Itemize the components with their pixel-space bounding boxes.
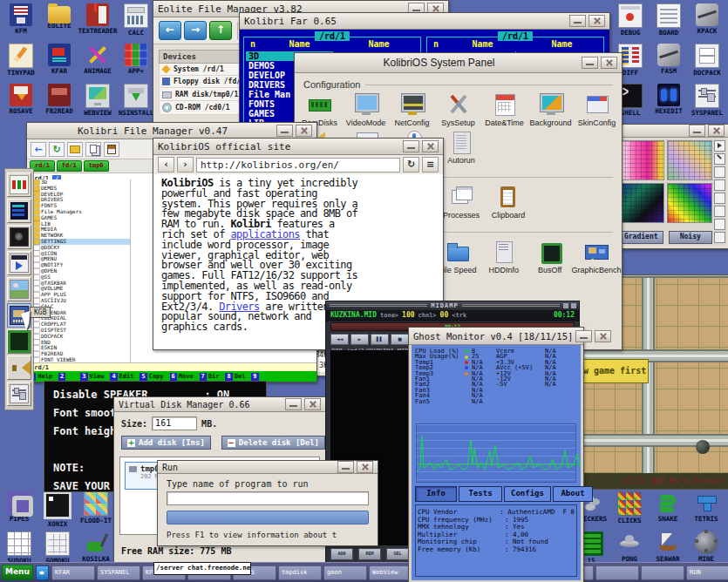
syspanel-icon-date-time[interactable]: Date&Time xyxy=(481,91,527,127)
forward-button[interactable]: → xyxy=(184,21,207,40)
forward-button[interactable]: › xyxy=(177,157,194,173)
desktop-icon-tetris[interactable]: TETRIS xyxy=(687,491,725,531)
back-button[interactable]: ‹ xyxy=(158,157,174,173)
syspanel-icon-graphicbench[interactable]: GraphicBench xyxy=(573,239,620,274)
desktop-icon-syspanel[interactable]: SYSPANEL xyxy=(688,84,726,124)
refresh-icon[interactable]: ↻ xyxy=(49,142,65,157)
taskbar-task-gmon[interactable]: gmon xyxy=(323,565,367,580)
tab-configs[interactable]: Configs xyxy=(504,486,551,502)
dock-item-audio[interactable] xyxy=(7,225,31,249)
play-button[interactable]: ► xyxy=(350,334,369,345)
syspanel-titlebar[interactable]: KolibriOS System Panel xyxy=(295,53,622,73)
close-button[interactable] xyxy=(296,125,312,137)
desktop-icon-snake[interactable]: SNAKE xyxy=(649,491,687,531)
taskbar-task-hidden-13[interactable] xyxy=(641,565,684,580)
taskbar-task-run[interactable]: RUN xyxy=(686,565,728,580)
dock-item-midi[interactable] xyxy=(7,251,31,275)
size-input[interactable]: 161 xyxy=(152,416,197,430)
url-input[interactable]: http://kolibrios.org/en/ xyxy=(196,158,400,173)
desktop-icon-calc[interactable]: CALC xyxy=(117,3,155,44)
swatch-slot[interactable] xyxy=(714,206,725,217)
dock-item-irc[interactable] xyxy=(7,173,31,197)
pause-button[interactable]: ▌▌ xyxy=(371,334,389,345)
taskbar-task-tmpdisk[interactable]: tmpdisk xyxy=(278,565,322,580)
dock-item-chip[interactable] xyxy=(7,329,31,354)
desktop-icon-animage[interactable]: ANIMAGE xyxy=(78,44,117,84)
fnkey-7[interactable]: 7Dir xyxy=(200,373,221,381)
kfm-tab-fd-1[interactable]: fd/1 xyxy=(57,160,82,172)
swatch-slot[interactable] xyxy=(714,193,725,204)
minimize-button[interactable] xyxy=(337,461,354,473)
syspanel-icon-syssetup[interactable]: SysSetup xyxy=(435,91,481,127)
add-disk-button[interactable]: +Add disk [Ins] xyxy=(121,436,211,450)
stop-button[interactable]: ■ xyxy=(391,334,409,345)
prev-button[interactable]: ◄◄ xyxy=(330,334,349,345)
syspanel-icon-clipboard[interactable]: Clipboard xyxy=(485,184,532,220)
midamp-titlebar[interactable]: MIDAMP xyxy=(326,301,579,310)
fnkey-9[interactable]: 9 xyxy=(251,373,269,381)
syspanel-icon-skinconfig[interactable]: SkinConfig xyxy=(574,91,620,127)
close-button[interactable] xyxy=(304,398,321,410)
run-titlebar[interactable]: Run xyxy=(158,461,378,474)
program-name-input[interactable] xyxy=(167,491,369,505)
taskbar-task-hidden-12[interactable] xyxy=(595,565,639,580)
dock-item-speaker[interactable] xyxy=(7,355,31,380)
desktop-icon-kpack[interactable]: KPACK xyxy=(688,3,726,44)
palette-quad-darks[interactable] xyxy=(619,183,664,223)
fnkey-8[interactable]: 8Del xyxy=(225,373,247,381)
far-titlebar[interactable]: Kolibri Far 0.65 xyxy=(240,13,609,30)
minimize-button[interactable] xyxy=(575,330,592,342)
swatch-slot[interactable] xyxy=(714,232,725,243)
desktop-icon-debug[interactable]: DEBUG xyxy=(611,3,650,44)
up-button[interactable]: ↑ xyxy=(209,21,232,40)
close-button[interactable] xyxy=(422,140,439,152)
paste-icon[interactable] xyxy=(104,142,119,157)
minimize-button[interactable] xyxy=(276,125,293,137)
rem-button[interactable]: REM xyxy=(358,548,381,560)
desktop-icon-clicks[interactable]: CLICKS xyxy=(610,491,649,531)
desktop-icon-fb2read[interactable]: FB2READ xyxy=(40,84,78,124)
desktop-icon-rosave[interactable]: ROSAVE xyxy=(2,84,40,124)
fnkey-4[interactable]: 4Edit xyxy=(110,373,135,381)
close-button[interactable] xyxy=(571,303,576,308)
fnkey-6[interactable]: 6Move xyxy=(170,373,195,381)
taskbar-task-syspanel[interactable]: SYSPANEL xyxy=(97,565,140,580)
close-button[interactable] xyxy=(601,57,617,69)
desktop-icon-docpack[interactable]: DOCPACK xyxy=(688,44,726,84)
minimize-button[interactable] xyxy=(569,15,586,27)
dock-item-sliders[interactable] xyxy=(7,382,31,406)
fnkey-3[interactable]: 3View xyxy=(80,373,105,381)
desktop-icon-flood-it[interactable]: FLOOD-IT xyxy=(77,491,115,531)
minimize-button[interactable] xyxy=(285,398,302,410)
minimize-all-button[interactable] xyxy=(36,565,49,580)
desktop-icon-webview[interactable]: WEBVIEW xyxy=(78,84,117,124)
palette-quad-pinks[interactable] xyxy=(619,140,664,180)
close-button[interactable] xyxy=(357,461,373,473)
copy-icon[interactable] xyxy=(85,142,101,157)
ghost-titlebar[interactable]: Ghost Monitor v0.4 [18/11/15] xyxy=(409,328,583,345)
palette-quad-pastels[interactable] xyxy=(667,140,712,180)
vdm-titlebar[interactable]: Virtual Disk Manager 0.66 xyxy=(114,397,325,412)
desktop-icon-kfar[interactable]: KFAR xyxy=(40,44,78,84)
add-button[interactable]: ADD xyxy=(330,548,353,560)
desktop-icon-board[interactable]: BOARD xyxy=(650,3,688,44)
syspanel-icon-videomode[interactable]: VideoMode xyxy=(343,91,389,127)
syspanel-icon-hddinfo[interactable]: HDDInfo xyxy=(480,239,527,274)
fnkey-2[interactable]: 2 xyxy=(58,373,76,381)
folder-up-icon[interactable] xyxy=(67,142,83,157)
swatch-slot[interactable] xyxy=(714,166,725,178)
refresh-button[interactable]: ↻ xyxy=(403,157,419,173)
syspanel-icon-autorun[interactable]: Autorun xyxy=(438,129,485,165)
syspanel-icon-background[interactable]: Background xyxy=(527,91,574,127)
gradient-button[interactable]: Gradient xyxy=(619,231,663,244)
noisy-button[interactable]: Noisy xyxy=(669,231,713,244)
minimize-button[interactable] xyxy=(582,57,598,69)
kfm-tab-tmp0[interactable]: tmp0 xyxy=(84,160,109,172)
dock-item-image[interactable] xyxy=(7,277,31,301)
tab-info[interactable]: Info xyxy=(415,486,457,502)
close-button[interactable] xyxy=(595,330,611,342)
taskbar-task-kfar[interactable]: KFAR xyxy=(51,565,95,580)
menu-button[interactable]: ≡ xyxy=(422,157,439,173)
close-button[interactable] xyxy=(708,125,725,137)
eyedropper-icon[interactable] xyxy=(714,153,725,165)
